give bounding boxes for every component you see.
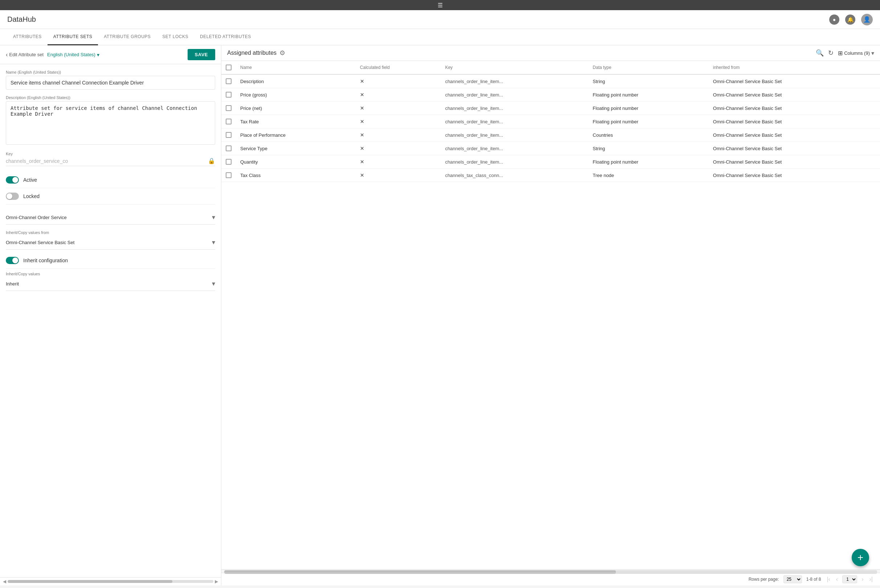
user-avatar[interactable]: 👤: [861, 14, 873, 26]
tab-attribute-groups[interactable]: ATTRIBUTE GROUPS: [98, 29, 156, 45]
cell-key-4: channels_order_line_item...: [441, 128, 589, 142]
key-input[interactable]: [6, 158, 208, 164]
category-dropdown-arrow-icon: ▾: [212, 213, 215, 221]
cell-name-2: Price (net): [236, 102, 356, 115]
inherit-field-group: Inherit/Copy values from Omni-Channel Se…: [6, 230, 215, 250]
inherit-copy-field-group: Inherit/Copy values Inherit ▾: [6, 272, 215, 291]
row-checkbox-7[interactable]: [226, 172, 231, 178]
col-inherited-from: inherited from: [709, 61, 880, 74]
inherit-dropdown[interactable]: Omni-Channel Service Basic Set ▾: [6, 236, 215, 250]
inherit-copy-label: Inherit/Copy values: [6, 272, 215, 276]
search-icon[interactable]: 🔍: [816, 49, 824, 57]
inherit-value: Omni-Channel Service Basic Set: [6, 240, 74, 245]
cell-datatype-2: Floating point number: [588, 102, 708, 115]
row-checkbox-6[interactable]: [226, 159, 231, 165]
per-page-select[interactable]: 25 50 100: [784, 575, 802, 583]
table-row: Service Type ✕ channels_order_line_item.…: [221, 142, 880, 155]
next-page-button[interactable]: ›: [860, 575, 865, 583]
col-data-type: Data type: [588, 61, 708, 74]
select-all-checkbox[interactable]: [226, 64, 231, 70]
cell-calculated-7: ✕: [356, 169, 441, 182]
description-textarea[interactable]: Attribute set for service items of chann…: [6, 101, 215, 145]
prev-page-button[interactable]: ‹: [835, 575, 839, 583]
row-checkbox-4[interactable]: [226, 132, 231, 138]
nav-tabs: ATTRIBUTES ATTRIBUTE SETS ATTRIBUTE GROU…: [0, 29, 880, 45]
cell-calculated-1: ✕: [356, 88, 441, 102]
tab-attributes[interactable]: ATTRIBUTES: [7, 29, 48, 45]
cell-calculated-3: ✕: [356, 115, 441, 128]
left-scrollbar-wrapper: ◀ ▶: [0, 577, 221, 585]
cell-datatype-6: Floating point number: [588, 155, 708, 169]
cell-name-3: Tax Rate: [236, 115, 356, 128]
description-field-group: Description (English (United States)) At…: [6, 95, 215, 146]
scroll-left-icon[interactable]: ◀: [3, 579, 6, 584]
name-input[interactable]: [6, 76, 215, 90]
cell-inherited-4: Omni-Channel Service Basic Set: [709, 128, 880, 142]
left-panel: ‹ Edit Attribute set English (United Sta…: [0, 45, 221, 585]
row-checkbox-0[interactable]: [226, 78, 231, 84]
key-field-group: Key 🔒: [6, 152, 215, 166]
cell-datatype-0: String: [588, 74, 708, 88]
inherit-config-toggle-row: Inherit configuration: [6, 252, 215, 269]
rows-per-page-label: Rows per page:: [749, 577, 779, 582]
save-button[interactable]: SAVE: [188, 49, 215, 60]
tab-set-locks[interactable]: SET LOCKS: [156, 29, 194, 45]
columns-button[interactable]: ⊞ Columns (9) ▾: [838, 50, 874, 57]
refresh-icon[interactable]: ↻: [828, 49, 833, 57]
language-label: English (United States): [47, 52, 95, 57]
col-key: Key: [441, 61, 589, 74]
cell-key-2: channels_order_line_item...: [441, 102, 589, 115]
first-page-button[interactable]: |‹: [825, 575, 831, 583]
tab-attribute-sets[interactable]: ATTRIBUTE SETS: [48, 29, 98, 45]
table-row: Quantity ✕ channels_order_line_item... F…: [221, 155, 880, 169]
cell-inherited-1: Omni-Channel Service Basic Set: [709, 88, 880, 102]
scroll-right-icon[interactable]: ▶: [215, 579, 218, 584]
table-header: Name Calculated field Key Data type inhe…: [221, 61, 880, 74]
cell-calculated-5: ✕: [356, 142, 441, 155]
cell-key-3: channels_order_line_item...: [441, 115, 589, 128]
table-row: Tax Rate ✕ channels_order_line_item... F…: [221, 115, 880, 128]
right-toolbar: Assigned attributes ⚙ 🔍 ↻ ⊞ Columns (9) …: [221, 45, 880, 61]
page-select[interactable]: 1: [842, 575, 857, 583]
key-label: Key: [6, 152, 215, 156]
cell-key-6: channels_order_line_item...: [441, 155, 589, 169]
row-checkbox-3[interactable]: [226, 118, 231, 124]
bell-icon[interactable]: 🔔: [845, 15, 855, 25]
section-title: Assigned attributes: [227, 50, 276, 56]
add-fab-button[interactable]: +: [852, 549, 869, 566]
lang-dropdown-arrow-icon: ▾: [97, 52, 99, 58]
row-checkbox-5[interactable]: [226, 146, 231, 151]
description-label: Description (English (United States)): [6, 95, 215, 100]
active-toggle-knob: [12, 177, 18, 183]
inherit-copy-dropdown[interactable]: Inherit ▾: [6, 277, 215, 291]
pagination-info: 1-8 of 8: [806, 577, 821, 582]
category-dropdown[interactable]: Omni-Channel Order Service ▾: [6, 210, 215, 225]
tab-deleted-attributes[interactable]: DELETED ATTRIBUTES: [194, 29, 257, 45]
last-page-button[interactable]: ›|: [868, 575, 874, 583]
columns-label: Columns (9): [844, 50, 870, 56]
col-name: Name: [236, 61, 356, 74]
cell-name-7: Tax Class: [236, 169, 356, 182]
row-checkbox-1[interactable]: [226, 92, 231, 98]
active-toggle[interactable]: [6, 176, 19, 183]
back-button[interactable]: ‹ Edit Attribute set: [6, 51, 44, 58]
circle-icon[interactable]: ●: [829, 15, 839, 25]
inherit-config-toggle[interactable]: [6, 257, 19, 264]
cell-inherited-5: Omni-Channel Service Basic Set: [709, 142, 880, 155]
cell-name-1: Price (gross): [236, 88, 356, 102]
cell-key-1: channels_order_line_item...: [441, 88, 589, 102]
row-checkbox-2[interactable]: [226, 105, 231, 111]
inherit-config-label: Inherit configuration: [23, 258, 68, 263]
cell-calculated-2: ✕: [356, 102, 441, 115]
right-toolbar-right: 🔍 ↻ ⊞ Columns (9) ▾: [816, 49, 874, 57]
cell-inherited-2: Omni-Channel Service Basic Set: [709, 102, 880, 115]
inherit-label: Inherit/Copy values from: [6, 230, 215, 235]
inherit-copy-value: Inherit: [6, 281, 19, 286]
right-panel: Assigned attributes ⚙ 🔍 ↻ ⊞ Columns (9) …: [221, 45, 880, 585]
col-calculated: Calculated field: [356, 61, 441, 74]
settings-gear-icon[interactable]: ⚙: [279, 49, 285, 57]
language-selector[interactable]: English (United States) ▾: [47, 52, 99, 58]
cell-inherited-6: Omni-Channel Service Basic Set: [709, 155, 880, 169]
table-row: Place of Performance ✕ channels_order_li…: [221, 128, 880, 142]
locked-toggle[interactable]: [6, 193, 19, 200]
